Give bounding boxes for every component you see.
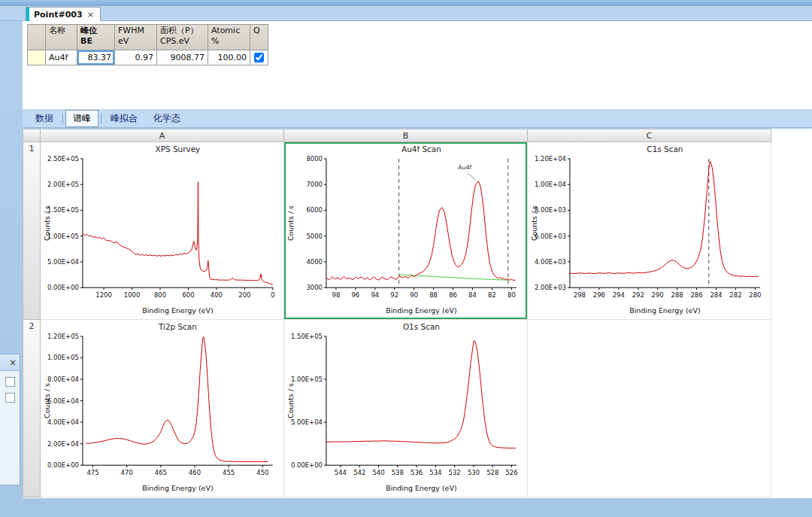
peak-fwhm-cell[interactable]: 0.97 (115, 50, 157, 65)
x-tick-label: 1000 (124, 291, 141, 299)
x-tick-label: 540 (372, 469, 384, 476)
y-tick-label: 3000 (306, 284, 323, 291)
grid-col-header-a[interactable]: A (41, 129, 284, 142)
y-axis-label: Counts / s (286, 205, 295, 241)
peak-be-cell[interactable]: 83.37 (77, 50, 115, 65)
x-tick-label: 532 (449, 469, 461, 476)
y-tick-label: 1.20E+05 (47, 333, 79, 340)
grid-col-header-b[interactable]: B (284, 129, 528, 142)
x-axis-label: Binding Energy (eV) (386, 484, 456, 492)
window-top-strip (0, 0, 812, 6)
chart-title: XPS Survey (156, 144, 201, 154)
y-tick-label: 6.00E+03 (535, 233, 566, 240)
fragment-button-2[interactable] (5, 393, 15, 403)
x-tick-label: 92 (390, 291, 398, 299)
chart-title: C1s Scan (647, 144, 683, 154)
y-tick-label: 5.00E+04 (291, 418, 323, 426)
peak-q-cell (250, 50, 268, 65)
chart-container-xps-survey: XPS Survey1200100080060040020000.00E+005… (41, 142, 283, 319)
y-tick-label: 0.00E+00 (47, 461, 79, 469)
x-tick-label: 200 (238, 291, 250, 299)
col-header-q[interactable]: Q (250, 25, 268, 50)
x-tick-label: 600 (182, 291, 194, 299)
y-tick-label: 4.00E+03 (535, 258, 566, 266)
tab-peaks[interactable]: 谱峰 (65, 110, 98, 127)
x-tick-label: 88 (429, 291, 438, 299)
peak-label-leader (468, 173, 475, 180)
tab-peak-fitting[interactable]: 峰拟合 (104, 111, 144, 126)
grid-cell-c2[interactable] (528, 320, 771, 497)
peak-table-row[interactable]: Au4f 83.37 0.97 9008.77 100.00 (28, 50, 268, 65)
y-axis-label: Counts / s (530, 205, 538, 241)
x-tick-label: 294 (613, 291, 625, 299)
document-tab[interactable]: Point#003 × (26, 7, 101, 21)
grid-cell-b1[interactable]: Au4f Scan9896949290888684828030004000500… (284, 142, 528, 320)
tab-data[interactable]: 数据 (29, 111, 60, 126)
peak-atomic-cell[interactable]: 100.00 (208, 50, 250, 65)
x-tick-label: 298 (574, 291, 586, 299)
x-tick-label: 296 (593, 291, 605, 299)
background-window-fragment: × (0, 354, 20, 485)
chart-o1s-scan: O1s Scan5445425405385365345325305285260.… (284, 320, 527, 497)
chart-container-c1s-scan: C1s Scan2982962942922902882862842822802.… (528, 142, 771, 319)
x-tick-label: 86 (449, 291, 457, 299)
x-tick-label: 1200 (95, 291, 112, 299)
grid-row-header-1[interactable]: 1 (23, 142, 41, 320)
grid-cell-b2[interactable]: O1s Scan5445425405385365345325305285260.… (284, 320, 528, 497)
x-axis-label: Binding Energy (eV) (629, 306, 700, 315)
x-tick-label: 94 (371, 291, 379, 299)
x-tick-label: 90 (410, 291, 418, 299)
x-tick-label: 528 (486, 469, 498, 476)
x-tick-label: 465 (155, 469, 167, 476)
grid-row-1: 1 XPS Survey1200100080060040020000.00E+0… (23, 142, 812, 320)
x-tick-label: 84 (468, 291, 477, 299)
x-tick-label: 544 (335, 469, 347, 476)
x-axis-label: Binding Energy (eV) (142, 484, 213, 492)
grid-row-header-2[interactable]: 2 (23, 320, 41, 497)
col-header-atomic[interactable]: Atomic % (208, 25, 250, 50)
chart-title: Ti2p Scan (158, 322, 197, 331)
y-tick-label: 2.00E+05 (47, 181, 79, 188)
x-tick-label: 455 (223, 469, 235, 476)
grid-cell-a2[interactable]: Ti2p Scan4754704654604554500.00E+002.00E… (41, 320, 284, 497)
spectrum-line-o1s (326, 341, 516, 449)
col-header-name[interactable]: 名称 (46, 25, 77, 50)
tab-chemical-state[interactable]: 化学态 (147, 111, 187, 126)
x-tick-label: 96 (351, 291, 359, 299)
tab-close-icon[interactable]: × (87, 11, 94, 19)
fragment-button-1[interactable] (5, 377, 15, 387)
y-tick-label: 2.00E+03 (535, 284, 566, 291)
spectrum-line-background (398, 275, 508, 280)
spectrum-line-c1s (570, 161, 758, 276)
x-tick-label: 450 (256, 469, 268, 476)
peak-name-cell[interactable]: Au4f (46, 50, 77, 65)
chart-xps-survey: XPS Survey1200100080060040020000.00E+005… (41, 142, 283, 319)
x-tick-label: 400 (211, 291, 223, 299)
x-tick-label: 280 (749, 291, 761, 299)
grid-cell-a1[interactable]: XPS Survey1200100080060040020000.00E+005… (41, 142, 284, 320)
col-header-swatch[interactable] (28, 25, 46, 50)
fragment-close-icon[interactable]: × (9, 358, 17, 367)
col-header-area[interactable]: 面积（P） CPS.eV (157, 25, 208, 50)
col-header-be[interactable]: 峰位 BE (77, 25, 115, 50)
x-tick-label: 286 (690, 291, 702, 299)
peak-area-cell[interactable]: 9008.77 (157, 50, 208, 65)
y-tick-label: 6.00E+04 (47, 397, 79, 405)
col-header-fwhm[interactable]: FWHM eV (115, 25, 157, 50)
q-checkbox[interactable] (254, 53, 264, 62)
grid-col-header-c[interactable]: C (528, 129, 771, 142)
y-tick-label: 1.00E+05 (47, 233, 79, 240)
peak-color-swatch[interactable] (28, 50, 46, 65)
y-tick-label: 8.00E+03 (535, 206, 566, 214)
grid-cell-c1[interactable]: C1s Scan2982962942922902882862842822802.… (528, 142, 771, 320)
document-tab-label: Point#003 (34, 10, 83, 20)
x-tick-label: 536 (411, 469, 423, 476)
y-axis-label: Counts / s (286, 383, 295, 418)
x-tick-label: 460 (189, 469, 201, 476)
spectrum-line-survey (83, 182, 273, 285)
x-tick-label: 534 (429, 469, 441, 476)
y-tick-label: 1.00E+04 (535, 181, 566, 188)
grid-row-2: 2 Ti2p Scan4754704654604554500.00E+002.0… (23, 320, 812, 497)
y-axis-label: Counts / s (43, 205, 51, 241)
chart-au4f-scan: Au4f Scan9896949290888684828030004000500… (284, 142, 527, 319)
